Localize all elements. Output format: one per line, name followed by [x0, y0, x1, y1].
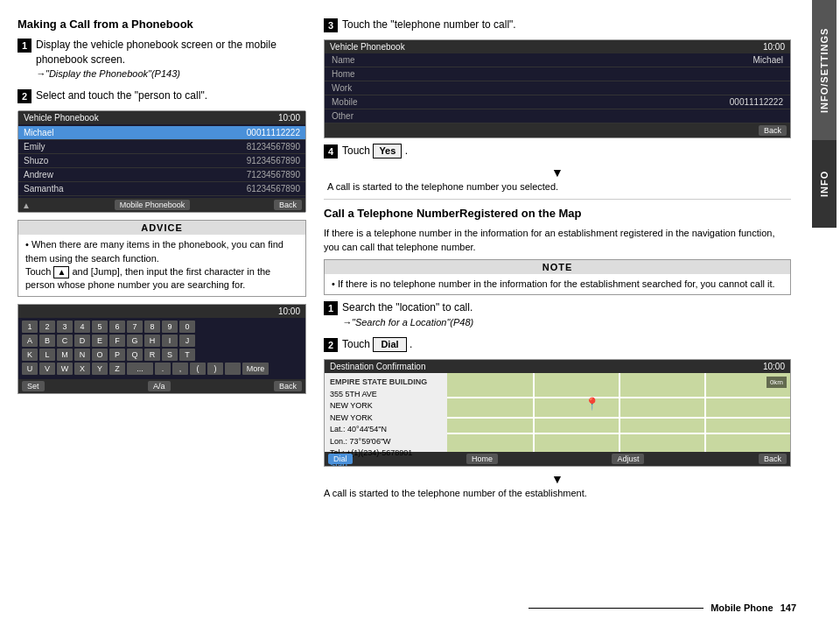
keyboard-rows: 1234567890ABCDEFGHIJKLMNOPQRSTUVWXYZ....…: [18, 318, 305, 379]
key-2[interactable]: 2: [39, 321, 55, 333]
key-3[interactable]: 3: [57, 321, 73, 333]
key-O[interactable]: O: [92, 349, 108, 361]
dest-map: 📍 0km: [447, 373, 790, 452]
phonebook-title: Vehicle Phonebook: [24, 113, 99, 123]
phonebook-up-icon: ▲: [22, 201, 31, 210]
keyboard-header: 10:00: [18, 305, 305, 318]
main-content: Making a Call from a Phonebook 1 Display…: [0, 0, 808, 620]
key-Y[interactable]: Y: [92, 363, 108, 375]
key-symsymsym[interactable]: ...: [127, 363, 153, 375]
dial-button[interactable]: Dial: [373, 337, 406, 352]
page-footer: Mobile Phone 147: [528, 602, 796, 613]
dest-info: EMPIRE STATE BUILDING 355 5TH AVENEW YOR…: [325, 373, 447, 452]
step-1-text: Display the vehicle phonebook screen or …: [36, 38, 306, 81]
call-step-2: 2 Touch Dial .: [324, 337, 791, 352]
phonebook-footer: ▲ Mobile Phonebook Back: [18, 198, 305, 212]
phonebook-row[interactable]: Emily81234567890: [18, 140, 305, 154]
dest-btn-home[interactable]: Home: [466, 454, 498, 464]
key-B[interactable]: B: [39, 335, 55, 347]
detail-row[interactable]: Mobile00011112222: [325, 95, 790, 109]
key-sym[interactable]: (: [190, 363, 206, 375]
key-6[interactable]: 6: [109, 321, 125, 333]
keyboard-row: 1234567890: [22, 321, 302, 333]
keyboard-row: KLMNOPQRST: [22, 349, 302, 361]
step-4-number: 4: [324, 144, 338, 159]
key-A[interactable]: A: [22, 335, 38, 347]
advice-box: ADVICE • When there are many items in th…: [18, 220, 306, 297]
key-N[interactable]: N: [74, 349, 90, 361]
case-btn[interactable]: A/a: [148, 381, 171, 391]
key-I[interactable]: I: [162, 335, 178, 347]
left-section-title: Making a Call from a Phonebook: [18, 18, 306, 32]
phonebook-screen: Vehicle Phonebook 10:00 Michael000111122…: [18, 110, 306, 213]
note-title: NOTE: [325, 260, 790, 274]
key-E[interactable]: E: [92, 335, 108, 347]
key-1[interactable]: 1: [22, 321, 38, 333]
keyboard-row: UVWXYZ....,() More: [22, 363, 302, 375]
arrow-down-1: ▼: [324, 166, 791, 180]
key-T[interactable]: T: [179, 349, 195, 361]
side-tab-info[interactable]: INFO: [812, 140, 836, 228]
detail-back-btn[interactable]: Back: [759, 125, 787, 136]
key-8[interactable]: 8: [144, 321, 160, 333]
keyboard-row: ABCDEFGHIJ: [22, 335, 302, 347]
key-G[interactable]: G: [127, 335, 143, 347]
detail-row[interactable]: NameMichael: [325, 53, 790, 67]
side-tab-info-settings[interactable]: INFO/SETTINGS: [812, 0, 836, 140]
key-4[interactable]: 4: [74, 321, 90, 333]
key-R[interactable]: R: [144, 349, 160, 361]
dest-header: Destination Confirmation 10:00: [325, 360, 790, 373]
yes-button[interactable]: Yes: [373, 144, 402, 159]
keyboard-back-btn[interactable]: Back: [274, 381, 302, 391]
key-K[interactable]: K: [22, 349, 38, 361]
key-M[interactable]: M: [57, 349, 73, 361]
dest-btn-adjust[interactable]: Adjust: [612, 454, 644, 464]
key-U[interactable]: U: [22, 363, 38, 375]
dest-btn-dial[interactable]: Dial: [328, 454, 353, 464]
jump-up-btn[interactable]: ▲: [53, 266, 69, 278]
key-W[interactable]: W: [57, 363, 73, 375]
step-3-text: Touch the "telephone number to call".: [342, 18, 516, 32]
arrow-down-2: ▼: [324, 472, 791, 486]
detail-row: Work: [325, 81, 790, 95]
key-sym[interactable]: ): [207, 363, 223, 375]
key-H[interactable]: H: [144, 335, 160, 347]
phonebook-back-btn[interactable]: Back: [274, 200, 302, 210]
key-0[interactable]: 0: [179, 321, 195, 333]
key-X[interactable]: X: [74, 363, 90, 375]
mobile-phonebook-btn[interactable]: Mobile Phonebook: [115, 200, 191, 210]
phonebook-row[interactable]: Samantha61234567890: [18, 182, 305, 196]
key-More[interactable]: More: [242, 363, 269, 375]
right-column: 3 Touch the "telephone number to call". …: [324, 18, 791, 567]
key-L[interactable]: L: [39, 349, 55, 361]
call-step-1-number: 1: [324, 301, 338, 315]
section-divider: [324, 199, 791, 200]
dest-lon: Lon.: 73°59'06"W: [330, 436, 442, 448]
call-step-2-number: 2: [324, 338, 338, 352]
key-V[interactable]: V: [39, 363, 55, 375]
phonebook-row[interactable]: Michael00011112222: [18, 126, 305, 140]
left-column: Making a Call from a Phonebook 1 Display…: [18, 18, 306, 567]
keyboard-footer: Set A/a Back: [18, 379, 305, 393]
key-F[interactable]: F: [109, 335, 125, 347]
key-sym[interactable]: .: [155, 363, 171, 375]
key-D[interactable]: D: [74, 335, 90, 347]
phonebook-detail-rows: NameMichaelHomeWorkMobile00011112222Othe…: [325, 53, 790, 123]
phonebook-body: Michael00011112222Emily81234567890Shuzo9…: [18, 124, 305, 198]
phonebook-row[interactable]: Shuzo91234567890: [18, 154, 305, 168]
key-C[interactable]: C: [57, 335, 73, 347]
key-Z[interactable]: Z: [109, 363, 125, 375]
key-9[interactable]: 9: [162, 321, 178, 333]
set-btn[interactable]: Set: [22, 381, 45, 391]
key-sym[interactable]: ,: [172, 363, 188, 375]
key-J[interactable]: J: [179, 335, 195, 347]
key-Q[interactable]: Q: [127, 349, 143, 361]
key-7[interactable]: 7: [127, 321, 143, 333]
key-P[interactable]: P: [109, 349, 125, 361]
key-5[interactable]: 5: [92, 321, 108, 333]
phonebook-row[interactable]: Andrew71234567890: [18, 168, 305, 182]
dest-body: EMPIRE STATE BUILDING 355 5TH AVENEW YOR…: [325, 373, 790, 452]
key-sym[interactable]: [225, 363, 241, 375]
dest-btn-back[interactable]: Back: [759, 454, 787, 464]
key-S[interactable]: S: [162, 349, 178, 361]
